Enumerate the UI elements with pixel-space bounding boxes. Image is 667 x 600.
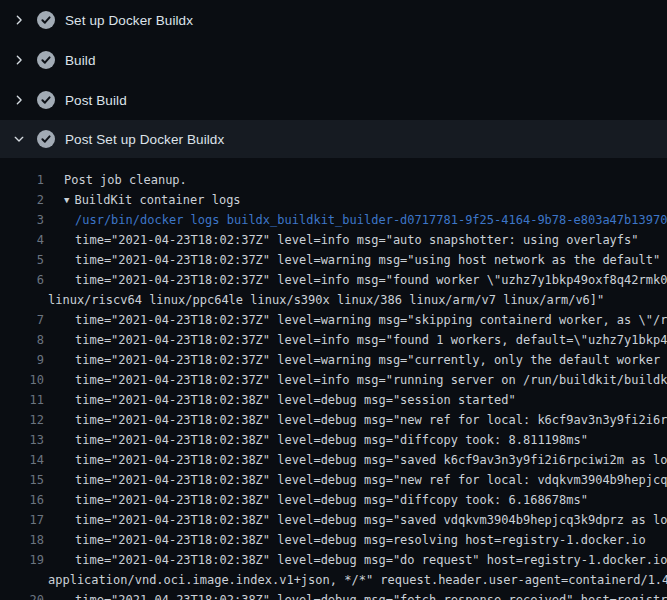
step-header-build[interactable]: Build <box>0 40 667 80</box>
log-line: 9time="2021-04-23T18:02:37Z" level=warni… <box>0 350 667 370</box>
line-number[interactable]: 1 <box>0 170 44 190</box>
log-line: 14time="2021-04-23T18:02:38Z" level=debu… <box>0 450 667 470</box>
log-command-text: /usr/bin/docker logs buildx_buildkit_bui… <box>48 210 667 230</box>
line-number[interactable]: 15 <box>0 470 44 490</box>
log-text: linux/riscv64 linux/ppc64le linux/s390x … <box>48 290 604 310</box>
log-line: 1Post job cleanup. <box>0 170 667 190</box>
log-line: 16time="2021-04-23T18:02:38Z" level=debu… <box>0 490 667 510</box>
triangle-down-icon: ▼ <box>64 190 69 210</box>
line-number[interactable]: 5 <box>0 250 44 270</box>
log-text: time="2021-04-23T18:02:38Z" level=debug … <box>48 410 667 430</box>
log-line: 2▼BuildKit container logs <box>0 190 667 210</box>
log-text: application/vnd.oci.image.index.v1+json,… <box>48 570 667 590</box>
line-number[interactable]: 20 <box>0 590 44 600</box>
log-text: time="2021-04-23T18:02:38Z" level=debug … <box>48 530 646 550</box>
log-line: 15time="2021-04-23T18:02:38Z" level=debu… <box>0 470 667 490</box>
log-text: time="2021-04-23T18:02:38Z" level=debug … <box>48 450 667 470</box>
chevron-right-icon <box>12 53 26 67</box>
log-text: time="2021-04-23T18:02:37Z" level=warnin… <box>48 350 667 370</box>
line-number[interactable]: 13 <box>0 430 44 450</box>
log-line: 19time="2021-04-23T18:02:38Z" level=debu… <box>0 550 667 570</box>
line-number <box>0 570 44 590</box>
log-line: 11time="2021-04-23T18:02:38Z" level=debu… <box>0 390 667 410</box>
check-circle-icon <box>37 51 55 69</box>
line-number[interactable]: 16 <box>0 490 44 510</box>
chevron-down-icon <box>12 132 26 146</box>
log-text: time="2021-04-23T18:02:37Z" level=info m… <box>48 330 667 350</box>
log-text: time="2021-04-23T18:02:38Z" level=debug … <box>48 470 667 490</box>
log-line: 20time="2021-04-23T18:02:38Z" level=debu… <box>0 590 667 600</box>
line-number[interactable]: 14 <box>0 450 44 470</box>
log-group-label: BuildKit container logs <box>74 193 240 207</box>
log-text: time="2021-04-23T18:02:38Z" level=debug … <box>48 510 667 530</box>
log-line: 10time="2021-04-23T18:02:37Z" level=info… <box>0 370 667 390</box>
step-label: Set up Docker Buildx <box>65 13 193 28</box>
line-number <box>0 290 44 310</box>
log-line: 5time="2021-04-23T18:02:37Z" level=warni… <box>0 250 667 270</box>
chevron-right-icon <box>12 13 26 27</box>
line-number[interactable]: 6 <box>0 270 44 290</box>
log-text: time="2021-04-23T18:02:37Z" level=info m… <box>48 270 667 290</box>
step-label: Post Build <box>65 93 127 108</box>
log-line: 4time="2021-04-23T18:02:37Z" level=info … <box>0 230 667 250</box>
log-text: time="2021-04-23T18:02:38Z" level=debug … <box>48 590 667 600</box>
line-number[interactable]: 4 <box>0 230 44 250</box>
log-text: time="2021-04-23T18:02:38Z" level=debug … <box>48 550 667 570</box>
log-text: time="2021-04-23T18:02:37Z" level=info m… <box>48 370 667 390</box>
log-line: 8time="2021-04-23T18:02:37Z" level=info … <box>0 330 667 350</box>
log-text: time="2021-04-23T18:02:37Z" level=info m… <box>48 230 639 250</box>
log-line: 12time="2021-04-23T18:02:38Z" level=debu… <box>0 410 667 430</box>
steps-list: Set up Docker BuildxBuildPost BuildPost … <box>0 0 667 158</box>
log-line: 18time="2021-04-23T18:02:38Z" level=debu… <box>0 530 667 550</box>
line-number[interactable]: 18 <box>0 530 44 550</box>
log-viewer: 1Post job cleanup.2▼BuildKit container l… <box>0 158 667 600</box>
step-header-set-up-docker-buildx[interactable]: Set up Docker Buildx <box>0 0 667 40</box>
log-line-continuation: linux/riscv64 linux/ppc64le linux/s390x … <box>0 290 667 310</box>
step-header-post-set-up-docker-buildx[interactable]: Post Set up Docker Buildx <box>0 120 667 158</box>
check-circle-icon <box>37 91 55 109</box>
log-text: time="2021-04-23T18:02:38Z" level=debug … <box>48 490 588 510</box>
log-line: 6time="2021-04-23T18:02:37Z" level=info … <box>0 270 667 290</box>
line-number[interactable]: 2 <box>0 190 44 210</box>
log-line: 17time="2021-04-23T18:02:38Z" level=debu… <box>0 510 667 530</box>
log-text: Post job cleanup. <box>48 170 187 190</box>
check-circle-icon <box>37 11 55 29</box>
chevron-right-icon <box>12 93 26 107</box>
step-label: Build <box>65 53 96 68</box>
line-number[interactable]: 3 <box>0 210 44 230</box>
line-number[interactable]: 17 <box>0 510 44 530</box>
line-number[interactable]: 11 <box>0 390 44 410</box>
line-number[interactable]: 12 <box>0 410 44 430</box>
log-line: 13time="2021-04-23T18:02:38Z" level=debu… <box>0 430 667 450</box>
log-line-continuation: application/vnd.oci.image.index.v1+json,… <box>0 570 667 590</box>
log-text: time="2021-04-23T18:02:37Z" level=warnin… <box>48 250 660 270</box>
log-line: 3/usr/bin/docker logs buildx_buildkit_bu… <box>0 210 667 230</box>
log-text: time="2021-04-23T18:02:38Z" level=debug … <box>48 390 516 410</box>
step-label: Post Set up Docker Buildx <box>65 132 224 147</box>
line-number[interactable]: 8 <box>0 330 44 350</box>
log-text: time="2021-04-23T18:02:38Z" level=debug … <box>48 430 588 450</box>
check-circle-icon <box>37 130 55 148</box>
line-number[interactable]: 19 <box>0 550 44 570</box>
log-text: time="2021-04-23T18:02:37Z" level=warnin… <box>48 310 667 330</box>
line-number[interactable]: 9 <box>0 350 44 370</box>
log-group-toggle[interactable]: ▼BuildKit container logs <box>48 190 241 210</box>
line-number[interactable]: 10 <box>0 370 44 390</box>
line-number[interactable]: 7 <box>0 310 44 330</box>
log-line: 7time="2021-04-23T18:02:37Z" level=warni… <box>0 310 667 330</box>
step-header-post-build[interactable]: Post Build <box>0 80 667 120</box>
